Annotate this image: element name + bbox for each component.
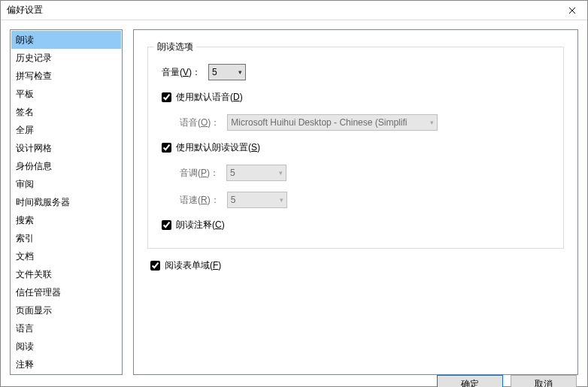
cancel-button[interactable]: 取消 xyxy=(511,375,577,387)
sidebar-item[interactable]: 时间戳服务器 xyxy=(11,193,121,211)
use-default-settings-checkbox[interactable]: 使用默认朗读设置(S) xyxy=(162,141,260,154)
sidebar-item[interactable]: 身份信息 xyxy=(11,157,121,175)
sidebar-item[interactable]: 全屏 xyxy=(11,121,121,139)
rate-label: 语速(R)： xyxy=(180,194,223,207)
pitch-select: 5 ▾ xyxy=(226,165,286,181)
chevron-down-icon: ▾ xyxy=(238,68,242,76)
sidebar-item[interactable]: 设计网格 xyxy=(11,139,121,157)
sidebar-item[interactable]: 页面显示 xyxy=(11,301,121,319)
read-form-fields-input[interactable] xyxy=(150,261,160,271)
pitch-row: 音调(P)： 5 ▾ xyxy=(180,165,550,181)
rate-select: 5 ▾ xyxy=(227,192,287,208)
sidebar-item[interactable]: 拼写检查 xyxy=(11,67,121,85)
sidebar-item[interactable]: 注释 xyxy=(11,355,121,373)
sidebar-item[interactable]: 文档 xyxy=(11,247,121,265)
sidebar-item[interactable]: 审阅 xyxy=(11,175,121,193)
read-form-fields-checkbox[interactable]: 阅读表单域(F) xyxy=(150,259,221,272)
volume-label: 音量(V)： xyxy=(162,66,204,79)
dialog-footer: 确定 取消 xyxy=(1,375,587,387)
sidebar-item[interactable]: 语言 xyxy=(11,319,121,337)
voice-row: 语音(O)： Microsoft Huihui Desktop - Chines… xyxy=(180,114,550,131)
close-icon xyxy=(568,5,576,17)
group-title: 朗读选项 xyxy=(154,41,196,53)
use-default-voice-input[interactable] xyxy=(162,92,171,102)
sidebar-item[interactable]: 签名 xyxy=(11,103,121,121)
dialog-body: 朗读历史记录拼写检查平板签名全屏设计网格身份信息审阅时间戳服务器搜索索引文档文件… xyxy=(1,20,587,375)
window-title: 偏好设置 xyxy=(7,4,43,17)
sidebar-item[interactable]: 历史记录 xyxy=(11,49,121,67)
preferences-dialog: 偏好设置 朗读历史记录拼写检查平板签名全屏设计网格身份信息审阅时间戳服务器搜索索… xyxy=(0,0,588,387)
read-comments-input[interactable] xyxy=(162,220,171,230)
read-comments-checkbox[interactable]: 朗读注释(C) xyxy=(162,219,225,231)
use-default-voice-checkbox[interactable]: 使用默认语音(D) xyxy=(162,91,243,104)
pitch-label: 音调(P)： xyxy=(180,167,222,180)
chevron-down-icon: ▾ xyxy=(279,169,283,177)
chevron-down-icon: ▾ xyxy=(430,119,434,126)
sidebar-item[interactable]: 索引 xyxy=(11,229,121,247)
sidebar-item[interactable]: 文件关联 xyxy=(11,265,121,283)
voice-select: Microsoft Huihui Desktop - Chinese (Simp… xyxy=(227,114,438,131)
chevron-down-icon: ▾ xyxy=(280,196,283,204)
volume-select[interactable]: 5 ▾ xyxy=(208,64,246,80)
sidebar-item[interactable]: 朗读 xyxy=(11,31,121,49)
rate-row: 语速(R)： 5 ▾ xyxy=(180,192,550,208)
close-button[interactable] xyxy=(557,1,587,20)
use-default-voice-row: 使用默认语音(D) xyxy=(162,91,550,104)
read-form-fields-row: 阅读表单域(F) xyxy=(150,259,564,273)
sidebar-item[interactable]: 阅读 xyxy=(11,337,121,355)
volume-row: 音量(V)： 5 ▾ xyxy=(162,64,550,80)
sidebar-item[interactable]: 平板 xyxy=(11,85,121,103)
content-panel: 朗读选项 音量(V)： 5 ▾ 使用默认语音 xyxy=(133,29,578,375)
sidebar-item[interactable]: 信任管理器 xyxy=(11,283,121,301)
category-list-wrap: 朗读历史记录拼写检查平板签名全屏设计网格身份信息审阅时间戳服务器搜索索引文档文件… xyxy=(10,29,123,375)
category-list[interactable]: 朗读历史记录拼写检查平板签名全屏设计网格身份信息审阅时间戳服务器搜索索引文档文件… xyxy=(11,31,121,373)
sidebar-item[interactable]: 搜索 xyxy=(11,211,121,229)
read-comments-row: 朗读注释(C) xyxy=(162,219,550,231)
voice-label: 语音(O)： xyxy=(180,116,223,129)
titlebar: 偏好设置 xyxy=(1,1,587,20)
reading-options-group: 朗读选项 音量(V)： 5 ▾ 使用默认语音 xyxy=(147,47,564,249)
ok-button[interactable]: 确定 xyxy=(437,375,503,387)
use-default-settings-row: 使用默认朗读设置(S) xyxy=(162,141,550,154)
use-default-settings-input[interactable] xyxy=(162,143,171,153)
